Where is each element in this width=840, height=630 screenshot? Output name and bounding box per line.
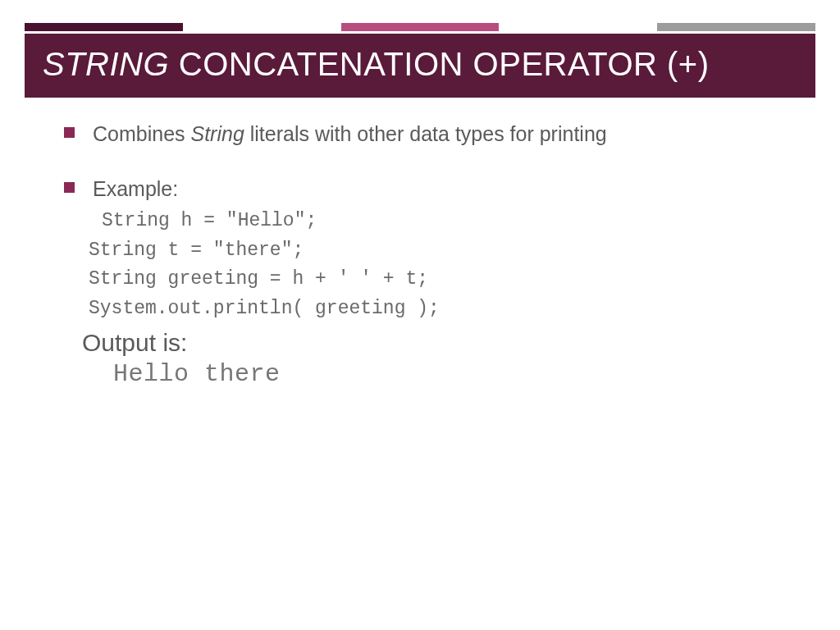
- content-area: Combines String literals with other data…: [0, 98, 840, 388]
- code-line: System.out.println( greeting );: [89, 294, 791, 324]
- bullet-icon: [64, 127, 75, 138]
- title-italic: STRING: [43, 46, 169, 82]
- title-band: STRING CONCATENATION OPERATOR (+): [25, 34, 815, 98]
- stripe-gray: [657, 23, 815, 31]
- bullet-text: Combines String literals with other data…: [93, 121, 607, 148]
- slide-title: STRING CONCATENATION OPERATOR (+): [43, 45, 797, 83]
- stripe-pink: [341, 23, 500, 31]
- bullet-item: Example:: [57, 176, 791, 203]
- title-rest: CONCATENATION OPERATOR (+): [169, 46, 709, 82]
- output-label: Output is:: [82, 329, 791, 357]
- code-line: String h = "Hello";: [102, 207, 791, 236]
- bullet-item: Combines String literals with other data…: [57, 121, 791, 148]
- code-block: String h = "Hello"; String t = "there"; …: [97, 207, 791, 324]
- stripe-dark: [25, 23, 183, 31]
- accent-stripes: [25, 23, 815, 31]
- code-line: String t = "there";: [89, 236, 791, 266]
- bullet-post: literals with other data types for print…: [244, 122, 607, 145]
- bullet-italic: String: [191, 122, 244, 145]
- code-line: String greeting = h + ' ' + t;: [89, 265, 791, 294]
- bullet-pre: Combines: [93, 122, 191, 145]
- output-text: Hello there: [113, 360, 791, 388]
- example-label: Example:: [93, 176, 178, 203]
- bullet-icon: [64, 182, 75, 193]
